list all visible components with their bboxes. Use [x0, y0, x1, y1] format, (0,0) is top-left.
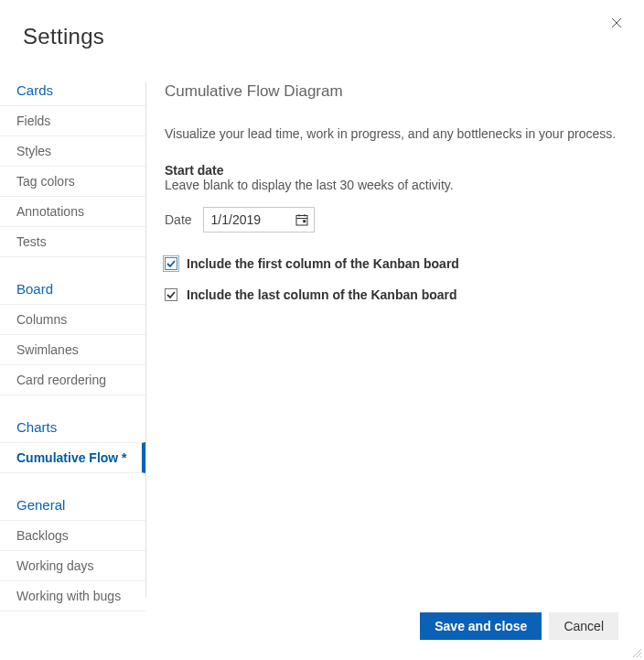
sidebar-item-working-days[interactable]: Working days [0, 550, 145, 580]
checkbox-row-last-column: Include the last column of the Kanban bo… [165, 287, 626, 302]
checkbox-row-first-column: Include the first column of the Kanban b… [165, 256, 626, 271]
sidebar-item-tests[interactable]: Tests [0, 226, 145, 257]
dialog-footer: Save and close Cancel [420, 612, 618, 640]
sidebar-item-tag-colors[interactable]: Tag colors [0, 166, 145, 196]
start-date-hint: Leave blank to display the last 30 weeks… [165, 178, 626, 192]
include-first-column-checkbox[interactable] [165, 257, 177, 270]
panel-description: Visualize your lead time, work in progre… [165, 126, 626, 141]
panel-title: Cumulative Flow Diagram [165, 82, 626, 101]
sidebar-header-board: Board [0, 274, 145, 304]
close-icon [611, 17, 622, 28]
start-date-label: Start date [165, 163, 626, 178]
checkmark-icon [166, 290, 176, 299]
sidebar-item-fields[interactable]: Fields [0, 105, 145, 135]
cancel-button[interactable]: Cancel [549, 612, 618, 640]
include-first-column-label: Include the first column of the Kanban b… [187, 256, 459, 271]
sidebar-section-charts: Charts Cumulative Flow * [0, 412, 145, 473]
calendar-icon[interactable] [295, 213, 308, 226]
sidebar-item-swimlanes[interactable]: Swimlanes [0, 334, 145, 364]
settings-dialog: Settings Cards Fields Styles Tag colors … [0, 0, 644, 660]
date-input-container[interactable] [203, 207, 315, 233]
settings-panel: Cumulative Flow Diagram Visualize your l… [146, 82, 644, 597]
include-last-column-checkbox[interactable] [165, 288, 177, 301]
sidebar-item-cumulative-flow[interactable]: Cumulative Flow * [0, 442, 145, 473]
svg-rect-2 [296, 216, 307, 226]
dialog-body: Cards Fields Styles Tag colors Annotatio… [0, 82, 644, 597]
sidebar-section-board: Board Columns Swimlanes Card reordering [0, 274, 145, 395]
sidebar-header-cards: Cards [0, 82, 145, 105]
save-and-close-button[interactable]: Save and close [420, 612, 542, 640]
sidebar-section-cards: Cards Fields Styles Tag colors Annotatio… [0, 82, 145, 257]
sidebar-item-styles[interactable]: Styles [0, 135, 145, 166]
settings-sidebar: Cards Fields Styles Tag colors Annotatio… [0, 82, 146, 597]
sidebar-item-working-with-bugs[interactable]: Working with bugs [0, 580, 145, 611]
date-label: Date [165, 212, 192, 227]
sidebar-item-annotations[interactable]: Annotations [0, 196, 145, 226]
dialog-title: Settings [0, 0, 644, 49]
sidebar-item-columns[interactable]: Columns [0, 304, 145, 334]
checkmark-icon [166, 259, 176, 268]
sidebar-item-card-reordering[interactable]: Card reordering [0, 364, 145, 395]
sidebar-item-backlogs[interactable]: Backlogs [0, 520, 145, 550]
svg-line-9 [640, 656, 641, 657]
date-input[interactable] [211, 212, 283, 227]
sidebar-header-general: General [0, 490, 145, 520]
resize-grip-icon[interactable] [631, 647, 642, 658]
svg-rect-4 [303, 220, 306, 222]
close-button[interactable] [609, 16, 624, 30]
svg-line-7 [633, 649, 641, 657]
sidebar-section-general: General Backlogs Working days Working wi… [0, 490, 145, 611]
date-row: Date [165, 207, 626, 233]
sidebar-header-charts: Charts [0, 412, 145, 442]
include-last-column-label: Include the last column of the Kanban bo… [187, 287, 457, 302]
